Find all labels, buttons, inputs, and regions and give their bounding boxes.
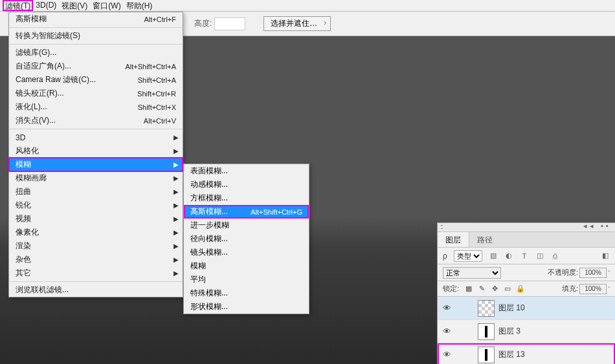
layer-thumbnail[interactable] bbox=[478, 347, 495, 363]
blur-submenu-item[interactable]: 平均 bbox=[184, 273, 309, 286]
blend-mode-select[interactable]: 正常 bbox=[443, 267, 501, 279]
layer-row[interactable]: 👁图层 10 bbox=[438, 297, 615, 320]
layer-filter-row: ρ 类型 ▧ ◐ T ◫ ⎙ ◧ bbox=[438, 248, 615, 264]
fill-value[interactable]: 100% bbox=[579, 284, 607, 294]
submenu-arrow-icon: ▶ bbox=[173, 188, 179, 195]
layers-panel: :::: ◂◂ ▪▪ 图层 路径 ρ 类型 ▧ ◐ T ◫ ⎙ ◧ 正常 不透明… bbox=[437, 222, 615, 364]
layer-thumbnail[interactable] bbox=[478, 323, 495, 340]
panel-tabs: 图层 路径 bbox=[438, 232, 615, 248]
panel-collapse-icons[interactable]: ◂◂ ▪▪ bbox=[583, 222, 611, 230]
menubar-item-4[interactable]: 帮助(H) bbox=[124, 0, 155, 11]
filter-menu-item[interactable]: 像素化▶ bbox=[9, 226, 183, 239]
filter-menu-item[interactable]: 高斯模糊Alt+Ctrl+F bbox=[9, 12, 183, 26]
submenu-arrow-icon: ▶ bbox=[173, 215, 179, 222]
filter-menu-item[interactable]: 视频▶ bbox=[9, 212, 183, 226]
filter-smart-icon[interactable]: ⎙ bbox=[551, 252, 560, 261]
blur-submenu-item[interactable]: 模糊 bbox=[184, 259, 309, 273]
lock-move-icon[interactable]: ✥ bbox=[490, 284, 499, 293]
select-and-mask-button[interactable]: 选择并遮住… bbox=[263, 16, 331, 31]
filter-text-icon[interactable]: T bbox=[520, 252, 529, 261]
menu-item-label: 消失点(V)... bbox=[16, 115, 144, 126]
opacity-value[interactable]: 100% bbox=[579, 268, 607, 278]
filter-menu-item[interactable]: 3D▶ bbox=[9, 131, 183, 144]
menu-shortcut: Alt+Shift+Ctrl+A bbox=[125, 63, 176, 70]
fill-chevron-icon[interactable]: ˇ bbox=[608, 286, 610, 292]
menu-item-label: 高斯模糊 bbox=[16, 14, 144, 25]
blur-submenu-item[interactable]: 形状模糊... bbox=[184, 300, 309, 314]
menu-item-label: 镜头模糊... bbox=[190, 247, 302, 258]
tab-layers[interactable]: 图层 bbox=[438, 232, 469, 247]
menubar-item-1[interactable]: 3D(D) bbox=[33, 0, 59, 11]
filter-kind-select[interactable]: 类型 bbox=[454, 250, 482, 262]
filter-adjust-icon[interactable]: ◐ bbox=[504, 252, 513, 261]
menu-item-label: 滤镜库(G)... bbox=[16, 47, 176, 58]
panel-drag-bar[interactable]: :::: ◂◂ ▪▪ bbox=[438, 223, 615, 232]
menubar-item-3[interactable]: 窗口(W) bbox=[90, 0, 123, 11]
filter-menu-item[interactable]: 液化(L)...Shift+Ctrl+X bbox=[9, 100, 183, 114]
layer-row[interactable]: 👁图层 13 bbox=[438, 343, 615, 364]
submenu-arrow-icon: ▶ bbox=[173, 256, 179, 263]
menu-item-label: 渲染 bbox=[16, 241, 176, 252]
visibility-eye-icon[interactable]: 👁 bbox=[442, 350, 452, 359]
visibility-eye-icon[interactable]: 👁 bbox=[442, 303, 452, 313]
blur-submenu-item[interactable]: 镜头模糊... bbox=[184, 246, 309, 259]
menu-separator bbox=[9, 44, 183, 45]
lock-brush-icon[interactable]: ✎ bbox=[477, 284, 486, 293]
filter-toggle-icon[interactable]: ◧ bbox=[601, 252, 610, 261]
filter-menu-item[interactable]: 其它▶ bbox=[9, 266, 183, 280]
layer-name[interactable]: 图层 13 bbox=[498, 349, 525, 360]
layer-name[interactable]: 图层 3 bbox=[498, 326, 520, 337]
blur-submenu-item[interactable]: 动感模糊... bbox=[184, 178, 309, 191]
visibility-eye-icon[interactable]: 👁 bbox=[442, 327, 452, 336]
filter-menu-item[interactable]: 扭曲▶ bbox=[9, 185, 183, 198]
submenu-arrow-icon: ▶ bbox=[173, 242, 179, 250]
filter-menu-item[interactable]: 模糊画廊▶ bbox=[9, 171, 183, 185]
filter-menu-item[interactable]: 镜头校正(R)...Shift+Ctrl+R bbox=[9, 87, 183, 100]
layer-name[interactable]: 图层 10 bbox=[498, 303, 525, 314]
blur-submenu-item[interactable]: 高斯模糊...Alt+Shift+Ctrl+G bbox=[184, 205, 309, 219]
menu-item-label: 动感模糊... bbox=[190, 179, 302, 190]
lock-all-icon[interactable]: 🔒 bbox=[516, 284, 525, 293]
blur-submenu-item[interactable]: 方框模糊... bbox=[184, 191, 309, 205]
menu-separator bbox=[9, 129, 183, 129]
menu-shortcut: Alt+Ctrl+F bbox=[144, 16, 176, 23]
filter-menu-item[interactable]: 风格化▶ bbox=[9, 144, 183, 158]
filter-image-icon[interactable]: ▧ bbox=[489, 252, 498, 261]
blur-submenu-item[interactable]: 进一步模糊 bbox=[184, 219, 309, 232]
filter-menu-item[interactable]: 自适应广角(A)...Alt+Shift+Ctrl+A bbox=[9, 59, 183, 73]
menubar-item-2[interactable]: 视图(V) bbox=[59, 0, 90, 11]
submenu-arrow-icon: ▶ bbox=[173, 134, 179, 141]
menu-item-label: 表面模糊... bbox=[190, 166, 302, 177]
blur-submenu-item[interactable]: 表面模糊... bbox=[184, 164, 309, 178]
filter-menu-item[interactable]: 浏览联机滤镜... bbox=[9, 283, 183, 297]
filter-menu-item[interactable]: 模糊▶ bbox=[9, 158, 183, 171]
layer-row[interactable]: 👁图层 3 bbox=[438, 320, 615, 343]
height-input[interactable] bbox=[214, 17, 245, 30]
filter-menu-item[interactable]: 锐化▶ bbox=[9, 198, 183, 212]
blur-submenu-item[interactable]: 特殊模糊... bbox=[184, 286, 309, 300]
menu-item-label: 锐化 bbox=[16, 200, 176, 211]
filter-menu-item[interactable]: 杂色▶ bbox=[9, 253, 183, 266]
menubar: 滤镜(T)3D(D)视图(V)窗口(W)帮助(H) bbox=[0, 0, 615, 12]
filter-menu: 高斯模糊Alt+Ctrl+F转换为智能滤镜(S)滤镜库(G)...自适应广角(A… bbox=[8, 12, 183, 297]
filter-shape-icon[interactable]: ◫ bbox=[535, 252, 544, 261]
submenu-arrow-icon: ▶ bbox=[173, 147, 179, 155]
menu-item-label: 高斯模糊... bbox=[190, 206, 251, 217]
blur-submenu-item[interactable]: 径向模糊... bbox=[184, 232, 309, 246]
lock-transparency-icon[interactable]: ▩ bbox=[464, 284, 473, 293]
filter-menu-item[interactable]: 滤镜库(G)... bbox=[9, 46, 183, 59]
menu-item-label: 像素化 bbox=[16, 227, 176, 238]
filter-menu-item[interactable]: 转换为智能滤镜(S) bbox=[9, 29, 183, 43]
layer-thumbnail[interactable] bbox=[478, 300, 495, 317]
submenu-arrow-icon: ▶ bbox=[173, 270, 179, 277]
lock-artboard-icon[interactable]: ▭ bbox=[503, 284, 512, 293]
filter-menu-item[interactable]: 消失点(V)...Alt+Ctrl+V bbox=[9, 114, 183, 127]
menu-item-label: 液化(L)... bbox=[16, 102, 138, 112]
filter-menu-item[interactable]: Camera Raw 滤镜(C)...Shift+Ctrl+A bbox=[9, 73, 183, 87]
opacity-chevron-icon[interactable]: ˇ bbox=[608, 270, 610, 276]
menubar-item-0[interactable]: 滤镜(T) bbox=[3, 0, 33, 11]
tab-paths[interactable]: 路径 bbox=[469, 232, 500, 247]
filter-menu-item[interactable]: 渲染▶ bbox=[9, 239, 183, 253]
menu-item-label: 视频 bbox=[16, 213, 176, 224]
submenu-arrow-icon: ▶ bbox=[173, 175, 179, 182]
